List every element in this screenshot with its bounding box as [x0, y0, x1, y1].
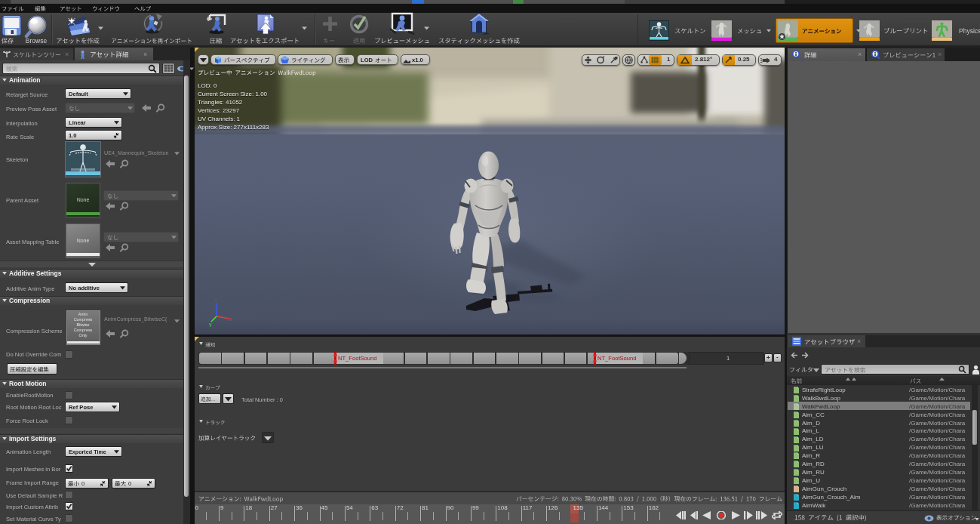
svg-text:z: z — [214, 297, 217, 303]
svg-text:x: x — [229, 316, 232, 322]
svg-text:y: y — [209, 322, 212, 327]
